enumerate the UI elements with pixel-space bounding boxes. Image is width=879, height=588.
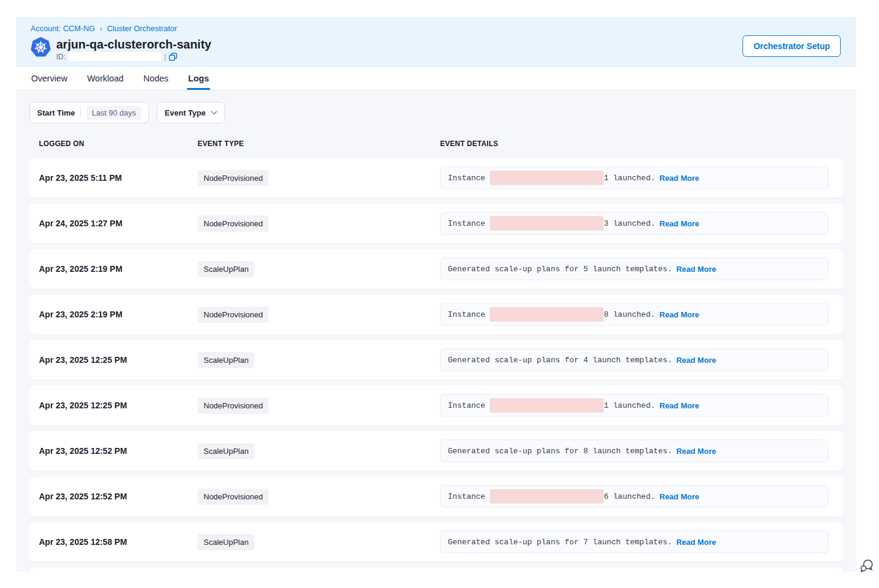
event-type-badge: ScaleUpPlan xyxy=(198,443,254,459)
id-redacted-value xyxy=(68,52,161,61)
table-row: Apr 24, 2025 1:27 PM NodeProvisioned Ins… xyxy=(29,204,843,243)
start-time-label: Start Time xyxy=(37,108,75,117)
row-logged-on: Apr 23, 2025 2:19 PM xyxy=(39,310,198,319)
row-logged-on: Apr 23, 2025 2:19 PM xyxy=(39,264,198,274)
event-type-badge: NodeProvisioned xyxy=(198,216,269,232)
event-type-badge: NodeProvisioned xyxy=(198,307,269,323)
cluster-id-row: ID: | xyxy=(56,52,211,61)
read-more-link[interactable]: Read More xyxy=(659,310,699,319)
id-label: ID: xyxy=(56,53,65,61)
table-row-partial xyxy=(29,568,843,572)
event-type-badge: NodeProvisioned xyxy=(198,170,269,186)
read-more-link[interactable]: Read More xyxy=(659,219,699,228)
table-row: Apr 23, 2025 2:19 PM NodeProvisioned Ins… xyxy=(29,295,843,334)
column-header-logged-on: LOGGED ON xyxy=(39,140,198,148)
breadcrumb-separator: › xyxy=(100,25,102,33)
page-title: arjun-qa-clusterorch-sanity xyxy=(56,37,211,51)
detail-post: 6 launched. xyxy=(604,492,655,501)
copy-icon[interactable] xyxy=(169,53,177,61)
detail-pre: Instance xyxy=(448,310,485,319)
redacted-instance-id xyxy=(490,171,604,185)
row-logged-on: Apr 23, 2025 12:58 PM xyxy=(39,537,198,547)
redacted-instance-id xyxy=(490,216,604,231)
tab-workload[interactable]: Workload xyxy=(87,67,123,90)
orchestrator-setup-button[interactable]: Orchestrator Setup xyxy=(742,35,841,57)
breadcrumb: Account: CCM-NG › Cluster Orchestrator xyxy=(31,24,841,33)
read-more-link[interactable]: Read More xyxy=(659,401,699,410)
detail-pre: Generated scale-up plans for 8 launch te… xyxy=(448,447,672,456)
event-type-badge: ScaleUpPlan xyxy=(198,352,254,368)
page-header: Account: CCM-NG › Cluster Orchestrator xyxy=(16,17,856,67)
event-type-label: Event Type xyxy=(165,108,205,117)
chat-bubble-icon[interactable] xyxy=(859,557,875,574)
event-details-box: Generated scale-up plans for 4 launch te… xyxy=(440,348,829,371)
table-row: Apr 23, 2025 12:52 PM ScaleUpPlan Genera… xyxy=(29,431,843,471)
detail-pre: Instance xyxy=(448,492,485,501)
event-type-badge: ScaleUpPlan xyxy=(198,534,254,550)
event-type-filter[interactable]: Event Type xyxy=(157,102,225,123)
table-row: Apr 23, 2025 12:25 PM NodeProvisioned In… xyxy=(29,386,843,425)
table-row: Apr 23, 2025 12:52 PM NodeProvisioned In… xyxy=(29,477,843,516)
filter-bar: Start Time Last 90 days Event Type xyxy=(29,102,856,123)
read-more-link[interactable]: Read More xyxy=(676,356,716,365)
table-row: Apr 23, 2025 5:11 PM NodeProvisioned Ins… xyxy=(29,158,843,198)
detail-pre: Generated scale-up plans for 4 launch te… xyxy=(448,356,672,365)
row-logged-on: Apr 24, 2025 1:27 PM xyxy=(39,219,198,228)
title-row: arjun-qa-clusterorch-sanity ID: | xyxy=(31,37,841,61)
start-time-value: Last 90 days xyxy=(86,106,141,120)
read-more-link[interactable]: Read More xyxy=(659,174,699,183)
tab-logs[interactable]: Logs xyxy=(188,67,209,90)
id-separator: | xyxy=(164,53,166,61)
breadcrumb-section-link[interactable]: Cluster Orchestrator xyxy=(107,24,177,33)
chevron-down-icon xyxy=(211,111,217,115)
read-more-link[interactable]: Read More xyxy=(676,265,716,274)
detail-post: 8 launched. xyxy=(604,310,655,319)
tab-nodes[interactable]: Nodes xyxy=(143,67,168,90)
event-type-badge: NodeProvisioned xyxy=(198,489,269,505)
row-logged-on: Apr 23, 2025 12:52 PM xyxy=(39,446,198,456)
redacted-instance-id xyxy=(490,307,604,322)
detail-pre: Instance xyxy=(448,174,485,183)
column-header-event-details: EVENT DETAILS xyxy=(440,140,833,148)
tab-overview[interactable]: Overview xyxy=(31,67,67,90)
detail-post: 1 launched. xyxy=(604,401,655,410)
event-details-box: Generated scale-up plans for 5 launch te… xyxy=(440,257,829,280)
event-details-box: Instance 8 launched. Read More xyxy=(440,303,829,326)
detail-post: 3 launched. xyxy=(604,219,655,228)
read-more-link[interactable]: Read More xyxy=(676,447,716,456)
table-row: Apr 23, 2025 2:19 PM ScaleUpPlan Generat… xyxy=(29,249,843,289)
detail-pre: Instance xyxy=(448,401,485,410)
column-header-event-type: EVENT TYPE xyxy=(198,140,440,148)
read-more-link[interactable]: Read More xyxy=(676,538,716,547)
detail-pre: Generated scale-up plans for 5 launch te… xyxy=(448,265,672,274)
event-details-box: Instance 1 launched. Read More xyxy=(440,166,829,189)
detail-pre: Instance xyxy=(448,219,485,228)
event-type-badge: NodeProvisioned xyxy=(198,398,269,414)
event-details-box: Generated scale-up plans for 7 launch te… xyxy=(440,531,829,553)
table-row: Apr 23, 2025 12:25 PM ScaleUpPlan Genera… xyxy=(29,340,843,380)
detail-pre: Generated scale-up plans for 7 launch te… xyxy=(448,538,672,547)
filter-divider xyxy=(80,108,81,117)
event-rows: Apr 23, 2025 5:11 PM NodeProvisioned Ins… xyxy=(16,158,856,562)
logs-panel: Start Time Last 90 days Event Type LOGGE… xyxy=(16,90,856,572)
kubernetes-icon xyxy=(31,37,51,57)
event-type-badge: ScaleUpPlan xyxy=(198,261,254,277)
start-time-filter[interactable]: Start Time Last 90 days xyxy=(29,102,149,123)
redacted-instance-id xyxy=(490,489,604,504)
tab-bar: Overview Workload Nodes Logs xyxy=(16,67,856,90)
row-logged-on: Apr 23, 2025 12:25 PM xyxy=(39,355,198,365)
table-row: Apr 23, 2025 12:58 PM ScaleUpPlan Genera… xyxy=(29,522,843,562)
row-logged-on: Apr 23, 2025 12:25 PM xyxy=(39,401,198,410)
breadcrumb-account-link[interactable]: Account: CCM-NG xyxy=(31,24,95,33)
redacted-instance-id xyxy=(490,398,604,413)
event-details-box: Generated scale-up plans for 8 launch te… xyxy=(440,440,829,462)
event-details-box: Instance 6 launched. Read More xyxy=(440,485,829,508)
read-more-link[interactable]: Read More xyxy=(659,492,699,501)
event-details-box: Instance 3 launched. Read More xyxy=(440,212,829,235)
event-details-box: Instance 1 launched. Read More xyxy=(440,394,829,417)
detail-post: 1 launched. xyxy=(604,174,655,183)
row-logged-on: Apr 23, 2025 12:52 PM xyxy=(39,492,198,501)
cluster-orchestrator-page: Account: CCM-NG › Cluster Orchestrator xyxy=(16,17,856,572)
row-logged-on: Apr 23, 2025 5:11 PM xyxy=(39,173,198,183)
table-header-row: LOGGED ON EVENT TYPE EVENT DETAILS xyxy=(29,140,843,148)
